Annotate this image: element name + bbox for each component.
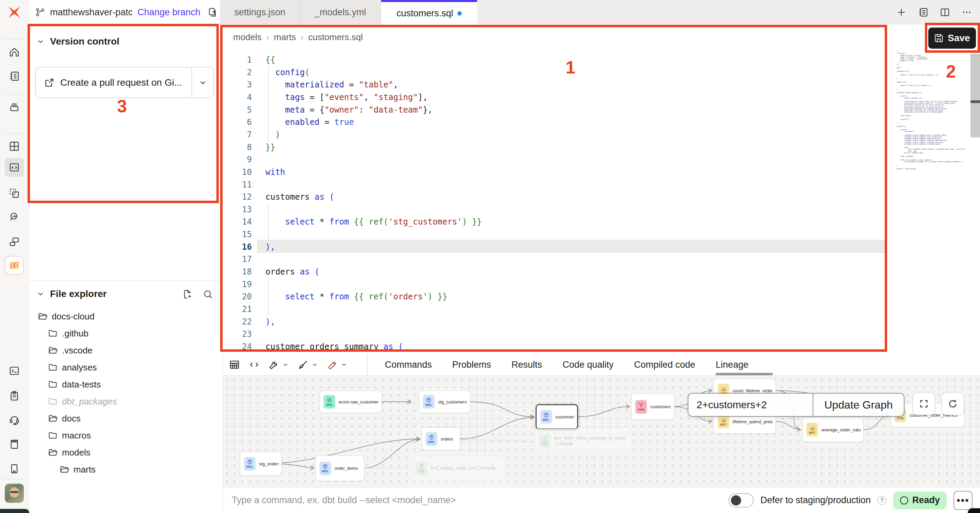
lineage-node-stg-orders[interactable]: MDLstg_orders <box>240 452 282 476</box>
panel-tab-commands[interactable]: Commands <box>385 360 432 370</box>
panel-tab-results[interactable]: Results <box>511 360 542 370</box>
terminal-icon[interactable] <box>5 361 24 380</box>
onboarding-widget-corner[interactable] <box>0 509 29 513</box>
editor-line-3[interactable]: 3 materialized = "table", <box>223 79 887 91</box>
lineage-node-orders[interactable]: MDLorders <box>422 427 460 450</box>
version-control-header[interactable]: Version control <box>37 34 119 49</box>
command-input[interactable]: Type a command, ex. dbt build --select <… <box>232 495 456 505</box>
file-tree-item-models[interactable]: models <box>29 444 221 461</box>
ai-fix-wand-icon[interactable] <box>327 359 338 370</box>
editor-line-20[interactable]: 20 select * from {{ ref('orders') }} <box>223 291 887 303</box>
format-broom-icon[interactable] <box>298 359 309 370</box>
lineage-canvas[interactable]: SRCecom.raw_customersMDLstg_customersMDL… <box>223 376 980 487</box>
file-tree-item-.github[interactable]: .github <box>29 325 221 342</box>
file-tree-item-docs[interactable]: docs <box>29 410 221 427</box>
dbt-fusion-atom-icon[interactable] <box>5 256 24 275</box>
new-tab-plus-icon[interactable] <box>896 7 907 17</box>
save-button[interactable]: Save <box>928 27 976 49</box>
minimap-scrollbar-thumb[interactable] <box>970 54 980 137</box>
editor-line-9[interactable]: 9 <box>223 153 887 166</box>
editor-line-1[interactable]: 1{{ <box>223 54 887 66</box>
lineage-node-stg-customers[interactable]: MDLstg_customers <box>419 391 470 413</box>
editor-line-5[interactable]: 5 meta = {"owner": "data-team"}, <box>223 104 887 116</box>
file-tree-item-macros[interactable]: macros <box>29 427 221 444</box>
editor-line-2[interactable]: 2 config( <box>223 66 887 79</box>
editor-line-15[interactable]: 15 <box>223 228 887 241</box>
docs-book-icon[interactable] <box>5 435 24 454</box>
file-tree-item-docs-cloud[interactable]: docs-cloud <box>29 308 221 325</box>
editor-line-13[interactable]: 13 <box>223 203 887 216</box>
new-file-icon[interactable] <box>182 289 192 299</box>
changelog-panel-icon[interactable] <box>918 7 928 17</box>
editor-line-19[interactable]: 19 <box>223 278 887 291</box>
editor-line-10[interactable]: 10with <box>223 166 887 179</box>
help-icon[interactable]: ? <box>878 496 886 505</box>
compile-code-icon[interactable] <box>249 359 259 370</box>
explore-insights-icon[interactable] <box>5 208 24 227</box>
graph-selector-input[interactable]: 2+customers+2 <box>688 394 813 416</box>
tab-_models.yml[interactable]: _models.yml <box>299 0 381 24</box>
file-explorer-header[interactable]: File explorer <box>37 286 107 302</box>
editor-line-17[interactable]: 17 <box>223 253 887 266</box>
build-wrench-icon[interactable] <box>269 359 279 370</box>
lineage-node-customers-model[interactable]: MDLcustomers <box>536 404 578 429</box>
editor-line-12[interactable]: 12customers as ( <box>223 191 887 203</box>
more-options-icon[interactable] <box>962 7 972 17</box>
chevron-down-icon[interactable] <box>340 361 347 368</box>
editor-line-14[interactable]: 14 select * from {{ ref('stg_customers')… <box>223 216 887 228</box>
home-icon[interactable] <box>5 43 24 62</box>
lineage-node-test-supply-costs[interactable]: TSTtest_supply_costs_sum_correctly <box>412 456 505 481</box>
editor-line-24[interactable]: 24customer_orders_summary as ( <box>223 340 887 353</box>
update-graph-button[interactable]: Update Graph <box>813 394 904 416</box>
panel-tab-code-quality[interactable]: Code quality <box>563 360 614 370</box>
editor-line-18[interactable]: 18orders as ( <box>223 266 887 278</box>
pr-button-dropdown[interactable] <box>192 67 213 98</box>
editor-line-7[interactable]: 7 ) <box>223 129 887 141</box>
minimap[interactable]: {{ config( materialized = "table", tags … <box>887 24 980 354</box>
code-editor-icon[interactable] <box>5 158 24 177</box>
copy-branch-icon[interactable] <box>207 7 218 17</box>
support-headset-icon[interactable] <box>5 410 24 429</box>
lineage-node-raw-customers[interactable]: SRCecom.raw_customers <box>320 391 382 413</box>
change-branch-link[interactable]: Change branch <box>137 7 200 18</box>
apps-icon[interactable] <box>5 232 24 251</box>
search-files-icon[interactable] <box>203 289 213 299</box>
file-tree-item-.vscode[interactable]: .vscode <box>29 342 221 359</box>
defer-toggle[interactable] <box>729 493 754 508</box>
editor-line-22[interactable]: 22), <box>223 316 887 328</box>
split-view-icon[interactable] <box>940 7 950 17</box>
editor-line-21[interactable]: 21 <box>223 303 887 316</box>
tab-settings.json[interactable]: settings.json <box>220 0 299 24</box>
lineage-node-test-order-items[interactable]: TSTtest_order_items_compute_to_bools _co… <box>535 428 631 454</box>
clipboard-icon[interactable] <box>5 386 24 405</box>
chevron-down-icon[interactable] <box>282 361 289 368</box>
user-avatar[interactable] <box>5 484 24 503</box>
organization-icon[interactable] <box>5 459 24 478</box>
file-tree-item-data-tests[interactable]: data-tests <box>29 376 221 393</box>
lineage-node-customers-sem[interactable]: SEMcustomers <box>631 394 675 420</box>
notebook-icon[interactable] <box>5 67 24 86</box>
canvas-icon[interactable] <box>5 184 24 203</box>
editor-line-8[interactable]: 8}} <box>223 141 887 154</box>
file-tree-item-analyses[interactable]: analyses <box>29 359 221 376</box>
panel-tab-compiled-code[interactable]: Compiled code <box>634 360 695 370</box>
preview-table-icon[interactable] <box>229 359 240 370</box>
tab-customers.sql[interactable]: customers.sql <box>381 0 477 24</box>
file-tree-item-marts[interactable]: marts <box>29 461 221 478</box>
dashboard-icon[interactable] <box>5 137 24 156</box>
editor-line-4[interactable]: 4 tags = ["events", "staging"], <box>223 91 887 104</box>
code-area[interactable]: 1{{2 config(3 materialized = "table",4 t… <box>223 24 887 354</box>
lineage-node-average-order-value[interactable]: METaverage_order_value <box>802 418 864 442</box>
refresh-button[interactable] <box>942 392 964 415</box>
editor-line-16[interactable]: 16), <box>223 241 887 253</box>
editor-line-11[interactable]: 11 <box>223 179 887 191</box>
panel-tab-problems[interactable]: Problems <box>452 360 491 370</box>
editor-line-6[interactable]: 6 enabled = true <box>223 116 887 129</box>
create-pr-button[interactable]: Create a pull request on Gi... <box>36 67 192 98</box>
file-tree-item-dbt_packages[interactable]: dbt_packages <box>29 393 221 410</box>
chat-widget-corner[interactable] <box>968 508 980 513</box>
status-more-button[interactable]: ••• <box>953 491 972 510</box>
jobs-tray-icon[interactable] <box>5 98 24 117</box>
status-badge[interactable]: Ready <box>893 492 947 509</box>
editor-line-23[interactable]: 23 <box>223 328 887 340</box>
